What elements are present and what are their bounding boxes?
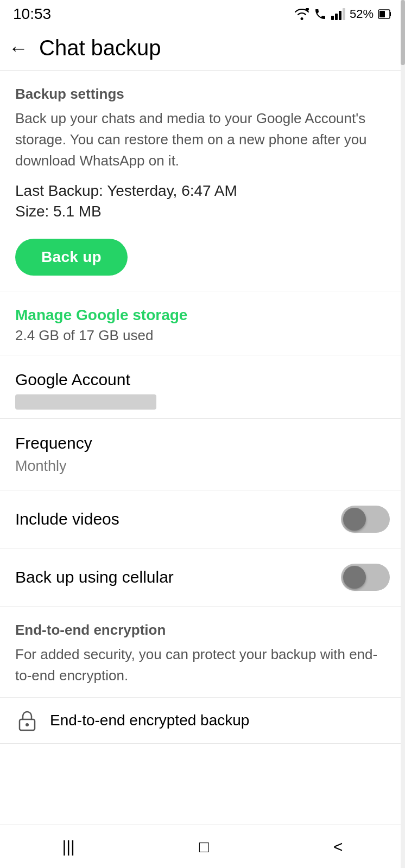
e2e-backup-row[interactable]: End-to-end encrypted backup bbox=[0, 698, 405, 744]
e2e-encryption-section: End-to-end encryption For added security… bbox=[0, 607, 405, 698]
e2e-backup-label: End-to-end encrypted backup bbox=[50, 712, 249, 729]
svg-rect-1 bbox=[331, 16, 334, 20]
nav-bar: ||| □ < bbox=[0, 825, 405, 868]
backup-settings-description: Back up your chats and media to your Goo… bbox=[15, 108, 390, 171]
back-button[interactable]: ← bbox=[9, 37, 28, 60]
e2e-title: End-to-end encryption bbox=[15, 622, 390, 639]
manage-google-storage-section: Manage Google storage 2.4 GB of 17 GB us… bbox=[0, 291, 405, 355]
scrollbar bbox=[401, 0, 405, 868]
include-videos-row[interactable]: Include videos bbox=[0, 490, 405, 548]
nav-home[interactable]: □ bbox=[199, 838, 209, 856]
svg-rect-4 bbox=[343, 8, 345, 20]
phone-icon bbox=[314, 8, 327, 21]
storage-used-text: 2.4 GB of 17 GB used bbox=[15, 327, 153, 343]
svg-point-8 bbox=[26, 723, 29, 726]
backup-cellular-label: Back up using cellular bbox=[15, 568, 174, 586]
last-backup: Last Backup: Yesterday, 6:47 AM bbox=[15, 182, 390, 200]
include-videos-knob bbox=[343, 508, 366, 531]
e2e-backup-icon bbox=[15, 709, 39, 732]
signal-icon bbox=[331, 8, 345, 20]
frequency-label: Frequency bbox=[15, 434, 390, 452]
status-icons: 52% bbox=[294, 7, 392, 21]
backup-button[interactable]: Back up bbox=[15, 239, 128, 276]
frequency-section[interactable]: Frequency Monthly bbox=[0, 419, 405, 490]
wifi-icon bbox=[294, 8, 309, 20]
nav-back[interactable]: < bbox=[333, 838, 343, 856]
page-title: Chat backup bbox=[39, 36, 161, 60]
include-videos-toggle[interactable] bbox=[341, 506, 390, 533]
backup-settings-section: Backup settings Back up your chats and m… bbox=[0, 71, 405, 291]
google-account-section[interactable]: Google Account bbox=[0, 355, 405, 419]
manage-google-storage-link[interactable]: Manage Google storage bbox=[15, 307, 390, 324]
e2e-description: For added security, you can protect your… bbox=[15, 644, 390, 686]
google-account-label: Google Account bbox=[15, 371, 390, 389]
header: ← Chat backup bbox=[0, 26, 405, 71]
backup-cellular-row[interactable]: Back up using cellular bbox=[0, 548, 405, 607]
include-videos-label: Include videos bbox=[15, 510, 119, 528]
status-bar: 10:53 52% bbox=[0, 0, 405, 26]
backup-settings-title: Backup settings bbox=[15, 86, 390, 103]
google-account-value-blurred bbox=[15, 394, 156, 410]
backup-info: Last Backup: Yesterday, 6:47 AM Size: 5.… bbox=[15, 182, 390, 220]
nav-recent-apps[interactable]: ||| bbox=[62, 838, 74, 856]
backup-cellular-toggle[interactable] bbox=[341, 564, 390, 591]
svg-rect-6 bbox=[379, 11, 385, 17]
battery-text: 52% bbox=[350, 7, 374, 21]
backup-cellular-knob bbox=[343, 566, 366, 589]
status-time: 10:53 bbox=[13, 5, 51, 23]
svg-rect-3 bbox=[339, 11, 341, 20]
frequency-value: Monthly bbox=[15, 458, 390, 475]
content: Backup settings Back up your chats and m… bbox=[0, 71, 405, 744]
backup-size: Size: 5.1 MB bbox=[15, 203, 390, 220]
battery-icon bbox=[378, 9, 392, 20]
svg-rect-2 bbox=[335, 14, 338, 20]
scrollbar-thumb[interactable] bbox=[401, 0, 405, 65]
